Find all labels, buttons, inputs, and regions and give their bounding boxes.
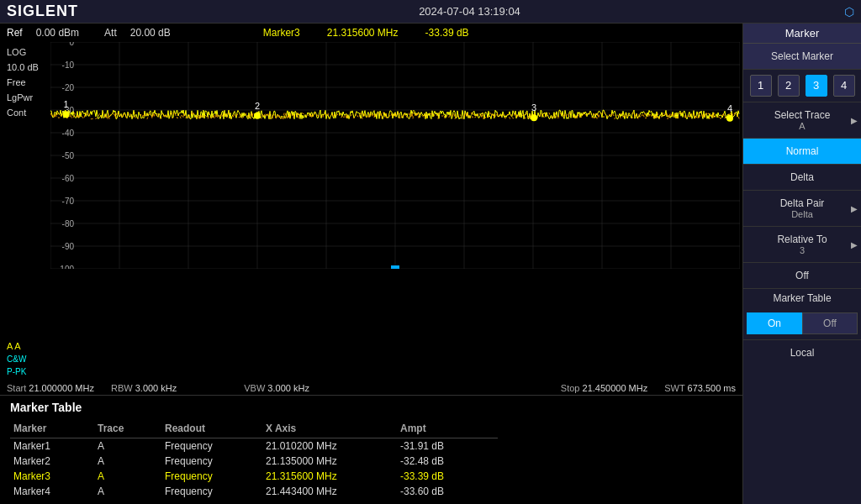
logo: SIGLENT: [7, 3, 78, 20]
marker-amp: -33.39 dB: [425, 27, 469, 39]
normal-label: Normal: [786, 145, 819, 157]
off-menu[interactable]: Off: [743, 263, 861, 289]
marker-select-row: 1 2 3 4: [743, 70, 861, 102]
rbw-info: RBW 3.000 kHz: [111, 383, 177, 393]
row3-ampt: -33.39 dB: [397, 469, 498, 484]
delta-label: Delta: [790, 171, 814, 183]
side-labels: LOG 10.0 dB Free LgPwr Cont A A C&W P-PK: [0, 42, 50, 381]
right-panel: Marker Select Marker 1 2 3 4 Select Trac…: [742, 24, 861, 504]
cont-label[interactable]: Cont: [3, 106, 47, 119]
swt-info: SWT 673.500 ms: [664, 383, 736, 393]
lgpwr-label[interactable]: LgPwr: [3, 91, 47, 104]
select-trace-arrow: ▶: [851, 116, 858, 125]
row4-marker: Marker4: [10, 484, 94, 499]
att-label: Att: [104, 27, 117, 39]
row3-marker: Marker3: [10, 469, 94, 484]
col-readout: Readout: [161, 421, 262, 438]
cw-label: C&W: [3, 353, 47, 365]
stop-swt-info: Stop 21.450000 MHz SWT 673.500 ms: [561, 383, 736, 393]
off-label: Off: [795, 270, 809, 281]
relative-to-value: 3: [747, 245, 858, 255]
chart-area: [50, 42, 742, 381]
off-toggle-btn[interactable]: Off: [802, 312, 858, 334]
row3-readout: Frequency: [161, 469, 262, 484]
row2-trace: A: [94, 454, 161, 469]
left-controls: LOG 10.0 dB Free LgPwr Cont A A C&W P-PK: [0, 42, 742, 381]
row3-xaxis: 21.315600 MHz: [262, 469, 397, 484]
col-xaxis: X Axis: [262, 421, 397, 438]
marker-table-grid: Marker Trace Readout X Axis Ampt Marker1…: [10, 421, 732, 499]
row2-readout: Frequency: [161, 454, 262, 469]
delta-pair-arrow: ▶: [851, 204, 858, 213]
log-label[interactable]: LOG: [3, 45, 47, 59]
marker-table-menu-label: Marker Table: [743, 289, 861, 307]
col-trace: Trace: [94, 421, 161, 438]
row3-trace: A: [94, 469, 161, 484]
relative-to-label: Relative To: [777, 234, 827, 245]
ref-label: Ref: [7, 27, 23, 39]
marker-table-toggle-row: On Off: [743, 307, 861, 340]
ref-value: 0.00 dBm: [36, 27, 79, 39]
db-label[interactable]: 10.0 dB: [3, 60, 47, 74]
delta-pair-menu[interactable]: Delta Pair Delta ▶: [743, 191, 861, 227]
datetime: 2024-07-04 13:19:04: [95, 5, 844, 18]
left-panel: Ref 0.00 dBm Att 20.00 dB Marker3 21.315…: [0, 24, 742, 504]
row1-readout: Frequency: [161, 438, 262, 454]
start-label: Start 21.000000 MHz: [7, 383, 94, 393]
select-trace-label: Select Trace: [774, 109, 831, 121]
att-value: 20.00 dB: [130, 27, 171, 39]
marker-table-section: Marker Table Marker Trace Readout X Axis…: [0, 395, 742, 504]
marker-table-title: Marker Table: [10, 401, 732, 414]
row2-marker: Marker2: [10, 454, 94, 469]
vbw-info: VBW 3.000 kHz: [244, 383, 309, 393]
col-marker: Marker: [10, 421, 94, 438]
row1-xaxis: 21.010200 MHz: [262, 438, 397, 454]
select-trace-value: A: [747, 121, 858, 131]
row4-ampt: -33.60 dB: [397, 484, 498, 499]
delta-pair-label: Delta Pair: [780, 197, 825, 209]
start-rbw-info: Start 21.000000 MHz RBW 3.000 kHz VBW 3.…: [7, 383, 309, 393]
marker-table-menu-title: Marker Table: [773, 292, 831, 304]
row4-readout: Frequency: [161, 484, 262, 499]
marker-label: Marker3: [263, 27, 300, 39]
free-label[interactable]: Free: [3, 76, 47, 89]
right-panel-title: Marker: [743, 24, 861, 44]
select-marker-label: Select Marker: [743, 44, 861, 70]
row1-trace: A: [94, 438, 161, 454]
select-trace-menu[interactable]: Select Trace A ▶: [743, 102, 861, 139]
normal-menu[interactable]: Normal: [743, 139, 861, 165]
trace-a-label: A A: [3, 339, 47, 353]
marker-freq: 21.315600 MHz: [327, 27, 399, 39]
relative-to-menu[interactable]: Relative To 3 ▶: [743, 227, 861, 263]
stop-info: Stop 21.450000 MHz: [561, 383, 647, 393]
top-bar: SIGLENT 2024-07-04 13:19:04 ⬡: [0, 0, 861, 24]
local-label: Local: [790, 347, 815, 359]
row4-trace: A: [94, 484, 161, 499]
main-content: Ref 0.00 dBm Att 20.00 dB Marker3 21.315…: [0, 24, 861, 504]
col-ampt: Ampt: [397, 421, 498, 438]
usb-icon: ⬡: [844, 5, 854, 18]
relative-to-arrow: ▶: [851, 240, 858, 249]
row4-xaxis: 21.443400 MHz: [262, 484, 397, 499]
local-menu[interactable]: Local: [743, 340, 861, 365]
delta-menu[interactable]: Delta: [743, 165, 861, 191]
meas-bar: Ref 0.00 dBm Att 20.00 dB Marker3 21.315…: [0, 24, 742, 42]
marker-btn-4[interactable]: 4: [833, 75, 855, 97]
row1-ampt: -31.91 dB: [397, 438, 498, 454]
marker-btn-3[interactable]: 3: [806, 75, 827, 97]
ppk-label: P-PK: [3, 365, 47, 378]
on-toggle-btn[interactable]: On: [747, 312, 802, 334]
marker-btn-1[interactable]: 1: [750, 75, 772, 97]
row2-xaxis: 21.135000 MHz: [262, 454, 397, 469]
delta-pair-value: Delta: [747, 209, 858, 219]
row2-ampt: -32.48 dB: [397, 454, 498, 469]
row1-marker: Marker1: [10, 438, 94, 454]
marker-btn-2[interactable]: 2: [778, 75, 800, 97]
chart-bottom: Start 21.000000 MHz RBW 3.000 kHz VBW 3.…: [0, 381, 742, 395]
